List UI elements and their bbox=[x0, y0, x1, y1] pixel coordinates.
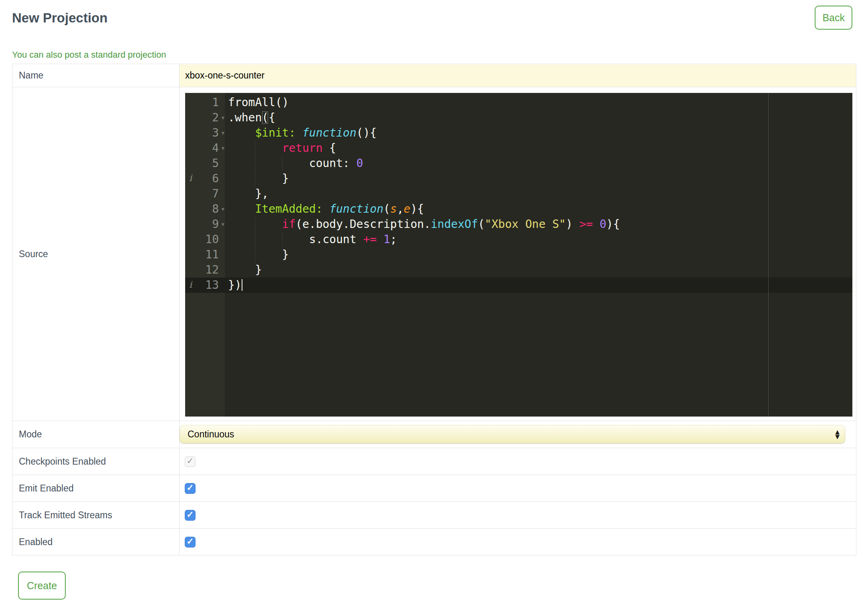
gutter-line-number: 10 bbox=[185, 232, 225, 247]
fold-toggle-icon[interactable]: ▾ bbox=[221, 201, 224, 217]
name-input[interactable] bbox=[180, 64, 856, 87]
check-icon: ✓ bbox=[185, 536, 196, 547]
gutter-line-number: i13 bbox=[185, 278, 225, 293]
mode-select[interactable]: Continuous ▲ ▼ bbox=[180, 425, 845, 443]
fold-toggle-icon[interactable]: ▾ bbox=[221, 217, 224, 232]
gutter-line-number: 3▾ bbox=[185, 125, 225, 141]
track-emitted-streams-checkbox[interactable]: ✓ bbox=[185, 510, 196, 521]
name-cell bbox=[180, 64, 856, 87]
name-label: Name bbox=[12, 64, 180, 87]
info-annotation-icon: i bbox=[189, 171, 192, 185]
info-annotation-icon: i bbox=[189, 278, 192, 292]
print-margin-line bbox=[768, 93, 769, 417]
checkpoints-enabled-checkbox: ✓ bbox=[185, 456, 196, 467]
check-icon: ✓ bbox=[185, 483, 196, 493]
page-title: New Projection bbox=[12, 9, 868, 27]
enabled-row: Enabled ✓ bbox=[12, 529, 856, 556]
enabled-cell: ✓ bbox=[180, 529, 856, 556]
gutter-line-number: 5 bbox=[185, 156, 225, 171]
gutter-line-number: 1 bbox=[185, 95, 225, 110]
emit-cell: ✓ bbox=[180, 475, 856, 502]
create-button[interactable]: Create bbox=[18, 572, 66, 600]
emit-enabled-checkbox[interactable]: ✓ bbox=[185, 483, 196, 494]
mode-row: Mode Continuous ▲ ▼ bbox=[12, 421, 856, 448]
check-icon: ✓ bbox=[185, 509, 196, 520]
code-line[interactable]: } bbox=[225, 171, 852, 186]
standard-projection-link[interactable]: You can also post a standard projection bbox=[12, 50, 166, 60]
code-line[interactable]: return { bbox=[225, 141, 852, 156]
enabled-label: Enabled bbox=[12, 529, 180, 556]
track-label: Track Emitted Streams bbox=[12, 502, 180, 529]
page-header: New Projection Back bbox=[0, 0, 868, 27]
name-row: Name bbox=[12, 64, 856, 87]
code-line[interactable]: } bbox=[225, 262, 852, 278]
code-line[interactable]: $init: function(){ bbox=[225, 125, 852, 141]
emit-row: Emit Enabled ✓ bbox=[12, 475, 856, 502]
gutter-line-number: 11 bbox=[185, 247, 225, 262]
mode-label: Mode bbox=[12, 421, 180, 448]
gutter-line-number: 8▾ bbox=[185, 201, 225, 217]
source-code-editor[interactable]: 12▾3▾4▾5i678▾9▾101112i13 fromAll().when(… bbox=[185, 93, 852, 417]
code-line[interactable]: count: 0 bbox=[225, 156, 852, 171]
fold-toggle-icon[interactable]: ▾ bbox=[221, 141, 224, 156]
editor-gutter: 12▾3▾4▾5i678▾9▾101112i13 bbox=[185, 93, 225, 417]
back-button[interactable]: Back bbox=[815, 6, 852, 30]
check-icon: ✓ bbox=[185, 456, 196, 467]
gutter-line-number: 2▾ bbox=[185, 110, 225, 125]
source-label: Source bbox=[12, 87, 180, 421]
fold-toggle-icon[interactable]: ▾ bbox=[221, 125, 224, 141]
code-line[interactable]: }, bbox=[225, 186, 852, 201]
code-line[interactable]: }) bbox=[225, 278, 852, 293]
source-row: Source 12▾3▾4▾5i678▾9▾101112i13 fromAll(… bbox=[12, 87, 856, 421]
emit-label: Emit Enabled bbox=[12, 475, 180, 502]
code-line[interactable]: .when({ bbox=[225, 110, 852, 125]
gutter-line-number: 12 bbox=[185, 262, 225, 278]
checkpoints-label: Checkpoints Enabled bbox=[12, 448, 180, 475]
checkpoints-row: Checkpoints Enabled ✓ bbox=[12, 448, 856, 475]
mode-select-value: Continuous bbox=[188, 429, 234, 440]
mode-cell: Continuous ▲ ▼ bbox=[180, 421, 856, 448]
code-line[interactable]: if(e.body.Description.indexOf("Xbox One … bbox=[225, 217, 852, 232]
code-line[interactable]: s.count += 1; bbox=[225, 232, 852, 247]
gutter-line-number: i6 bbox=[185, 171, 225, 186]
projection-form-table: Name Source 12▾3▾4▾5i678▾9▾101112i13 fro… bbox=[12, 64, 856, 556]
code-line[interactable]: ItemAdded: function(s,e){ bbox=[225, 201, 852, 217]
code-line[interactable]: } bbox=[225, 247, 852, 262]
editor-lines[interactable]: fromAll().when({ $init: function(){ retu… bbox=[225, 93, 852, 417]
fold-toggle-icon[interactable]: ▾ bbox=[221, 110, 224, 125]
checkpoints-cell: ✓ bbox=[180, 448, 856, 475]
code-line[interactable]: fromAll() bbox=[225, 95, 852, 110]
gutter-line-number: 9▾ bbox=[185, 217, 225, 232]
select-arrows-icon: ▲ ▼ bbox=[835, 429, 840, 439]
gutter-line-number: 7 bbox=[185, 186, 225, 201]
track-row: Track Emitted Streams ✓ bbox=[12, 502, 856, 529]
text-cursor bbox=[242, 279, 242, 291]
track-cell: ✓ bbox=[180, 502, 856, 529]
source-cell: 12▾3▾4▾5i678▾9▾101112i13 fromAll().when(… bbox=[180, 87, 856, 421]
gutter-line-number: 4▾ bbox=[185, 141, 225, 156]
enabled-checkbox[interactable]: ✓ bbox=[185, 537, 196, 548]
